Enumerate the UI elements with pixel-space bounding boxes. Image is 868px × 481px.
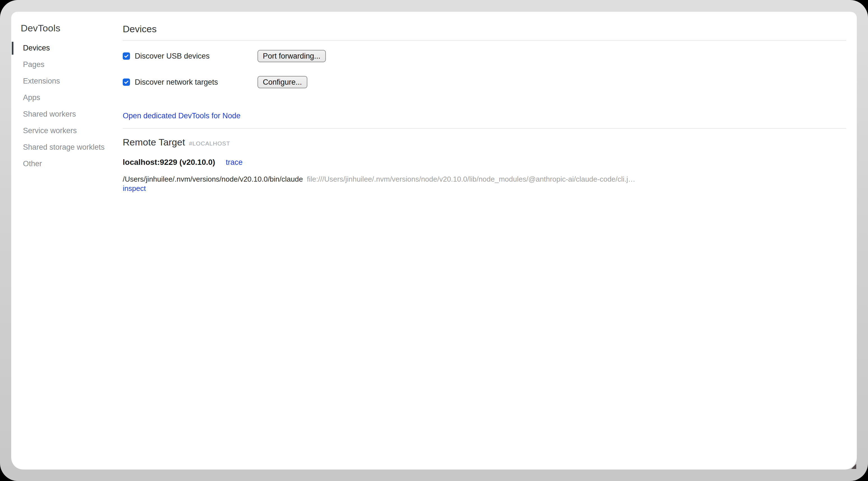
discover-network-group: Discover network targets [123,78,257,87]
target-row: localhost:9229 (v20.10.0) trace [123,157,846,167]
open-node-devtools-link[interactable]: Open dedicated DevTools for Node [123,112,240,120]
remote-target-title: Remote Target [123,137,185,147]
page-title: Devices [123,23,846,35]
sidebar-item-label: Extensions [23,77,60,85]
divider [123,128,846,129]
sidebar-item-label: Apps [23,93,40,102]
localhost-badge: #LOCALHOST [189,140,230,147]
sidebar-item-pages[interactable]: Pages [11,56,123,73]
resize-grip-artifact [851,464,856,469]
discover-usb-checkbox[interactable] [123,53,130,60]
sidebar-item-other[interactable]: Other [11,156,123,172]
sidebar-item-extensions[interactable]: Extensions [11,73,123,89]
sidebar-item-shared-storage-worklets[interactable]: Shared storage worklets [11,139,123,156]
selected-indicator-bar [12,42,13,55]
discover-network-checkbox[interactable] [123,79,130,86]
sidebar-menu: Devices Pages Extensions Apps Shared wor… [11,40,123,172]
discover-usb-row: Discover USB devices Port forwarding... [123,50,846,62]
discover-network-row: Discover network targets Configure... [123,76,846,88]
sidebar-item-label: Other [23,159,42,168]
sidebar-item-label: Shared workers [23,110,76,118]
sidebar: DevTools Devices Pages Extensions Apps S… [11,12,123,470]
sidebar-item-apps[interactable]: Apps [11,89,123,106]
screen-frame: DevTools Devices Pages Extensions Apps S… [0,0,868,481]
configure-button[interactable]: Configure... [257,76,307,88]
process-path: /Users/jinhuilee/.nvm/versions/node/v20.… [123,175,303,183]
target-name: localhost:9229 (v20.10.0) [123,158,215,167]
trace-link[interactable]: trace [226,158,243,167]
divider [123,40,846,41]
sidebar-item-label: Service workers [23,126,77,135]
devtools-devices-page: DevTools Devices Pages Extensions Apps S… [11,12,857,470]
discover-usb-group: Discover USB devices [123,52,257,61]
sidebar-item-shared-workers[interactable]: Shared workers [11,106,123,122]
checkmark-icon [124,53,129,59]
sidebar-item-service-workers[interactable]: Service workers [11,122,123,139]
inspect-link[interactable]: inspect [123,184,146,192]
sidebar-item-label: Devices [23,44,50,52]
discover-network-label: Discover network targets [135,78,218,87]
sidebar-item-label: Pages [23,60,44,69]
port-forwarding-button[interactable]: Port forwarding... [257,50,326,62]
app-title: DevTools [21,21,123,35]
checkmark-icon [124,79,129,85]
main-panel: Devices Discover USB devices Port forwar… [123,12,857,470]
node-devtools-link-row: Open dedicated DevTools for Node [123,112,846,120]
inspect-row: inspect [123,184,846,193]
sidebar-item-label: Shared storage worklets [23,143,104,151]
file-url: file:///Users/jinhuilee/.nvm/versions/no… [307,175,635,183]
remote-target-heading-row: Remote Target#LOCALHOST [123,136,846,150]
target-process-row: /Users/jinhuilee/.nvm/versions/node/v20.… [123,175,846,184]
sidebar-item-devices[interactable]: Devices [11,40,123,56]
discover-usb-label: Discover USB devices [135,52,210,61]
